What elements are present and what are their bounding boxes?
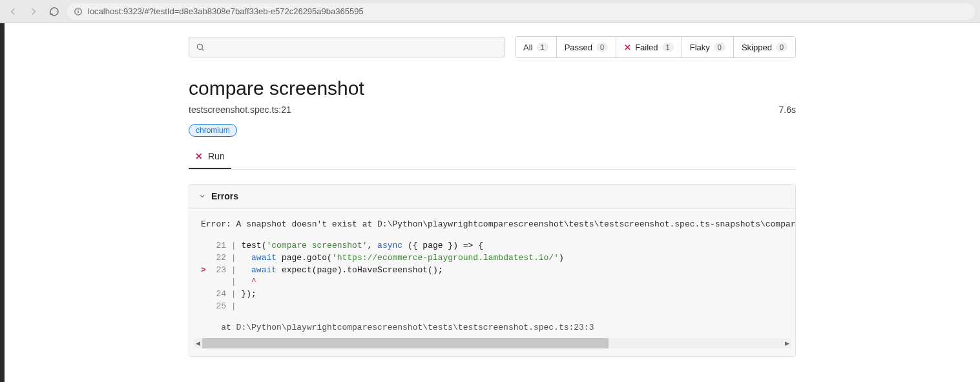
run-tabs: ✕ Run xyxy=(189,146,796,170)
filter-count: 0 xyxy=(776,43,787,52)
filter-count: 0 xyxy=(714,43,725,52)
filter-label: Failed xyxy=(635,43,658,52)
browser-toolbar: localhost:9323/#?testId=d8e3ab8308e7baff… xyxy=(0,0,980,23)
error-body: Error: A snapshot doesn't exist at D:\Py… xyxy=(189,208,795,356)
address-bar[interactable]: localhost:9323/#?testId=d8e3ab8308e7baff… xyxy=(67,3,975,20)
scroll-right-icon[interactable]: ▶ xyxy=(782,340,791,347)
svg-line-4 xyxy=(202,49,204,51)
browser-badge[interactable]: chromium xyxy=(189,124,237,137)
filter-label: Flaky xyxy=(690,43,710,52)
chevron-down-icon xyxy=(198,192,206,200)
url-text: localhost:9323/#?testId=d8e3ab8308e7baff… xyxy=(88,6,364,16)
error-code: Error: A snapshot doesn't exist at D:\Py… xyxy=(189,219,795,338)
x-icon: ✕ xyxy=(624,43,631,52)
tab-run[interactable]: ✕ Run xyxy=(189,146,231,169)
filter-label: All xyxy=(523,43,532,52)
left-strip xyxy=(0,23,5,382)
filter-passed[interactable]: Passed 0 xyxy=(556,37,616,57)
horizontal-scrollbar[interactable]: ◀ ▶ xyxy=(193,338,791,348)
error-message: Error: A snapshot doesn't exist at D:\Py… xyxy=(201,219,784,231)
top-bar: All 1 Passed 0 ✕ Failed 1 Flaky 0 Skippe… xyxy=(189,36,796,58)
filter-failed[interactable]: ✕ Failed 1 xyxy=(616,37,682,57)
tab-label: Run xyxy=(208,151,225,161)
scroll-left-icon[interactable]: ◀ xyxy=(193,340,202,347)
page-title: compare screenshot xyxy=(189,77,796,99)
filter-count: 0 xyxy=(596,43,608,52)
filter-skipped[interactable]: Skipped 0 xyxy=(733,37,795,57)
filter-count: 1 xyxy=(537,43,548,52)
scroll-thumb[interactable] xyxy=(202,338,609,348)
filter-label: Passed xyxy=(565,43,592,52)
filter-group: All 1 Passed 0 ✕ Failed 1 Flaky 0 Skippe… xyxy=(515,36,796,58)
filter-flaky[interactable]: Flaky 0 xyxy=(682,37,733,57)
x-icon: ✕ xyxy=(195,151,203,161)
info-icon xyxy=(74,7,83,16)
svg-point-2 xyxy=(78,9,79,10)
main-content: All 1 Passed 0 ✕ Failed 1 Flaky 0 Skippe… xyxy=(169,23,815,382)
test-file: testscreenshot.spec.ts:21 xyxy=(189,105,291,115)
test-duration: 7.6s xyxy=(779,105,796,115)
reload-button[interactable] xyxy=(47,4,62,19)
error-panel: Errors Error: A snapshot doesn't exist a… xyxy=(189,184,796,357)
filter-all[interactable]: All 1 xyxy=(516,37,556,57)
filter-count: 1 xyxy=(662,43,674,52)
forward-button[interactable] xyxy=(26,4,41,19)
filter-label: Skipped xyxy=(742,43,772,52)
file-line: testscreenshot.spec.ts:21 7.6s xyxy=(189,105,796,115)
scroll-track[interactable] xyxy=(202,338,782,348)
error-header-label: Errors xyxy=(211,191,238,201)
search-icon xyxy=(196,43,205,52)
error-header[interactable]: Errors xyxy=(189,185,795,208)
svg-point-3 xyxy=(197,44,202,49)
search-box[interactable] xyxy=(189,37,505,57)
back-button[interactable] xyxy=(5,4,21,19)
stack-trace: at D:\Python\playwrightcomparescreenshot… xyxy=(201,322,784,334)
search-input[interactable] xyxy=(210,43,498,52)
